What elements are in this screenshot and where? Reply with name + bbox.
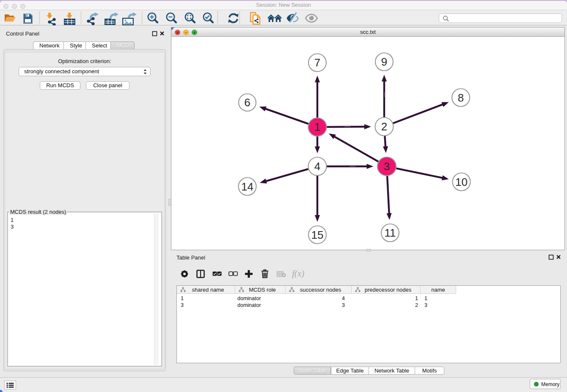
svg-text:3: 3: [384, 160, 390, 173]
svg-text:8: 8: [458, 91, 464, 104]
svg-text:2: 2: [381, 120, 387, 133]
svg-text:14: 14: [241, 180, 253, 193]
svg-text:1: 1: [314, 121, 320, 133]
svg-text:10: 10: [455, 176, 468, 188]
svg-text:11: 11: [385, 226, 396, 239]
svg-text:9: 9: [381, 55, 387, 68]
svg-text:15: 15: [311, 229, 324, 241]
svg-text:4: 4: [314, 160, 320, 173]
svg-text:7: 7: [314, 56, 320, 69]
svg-text:6: 6: [244, 96, 250, 109]
